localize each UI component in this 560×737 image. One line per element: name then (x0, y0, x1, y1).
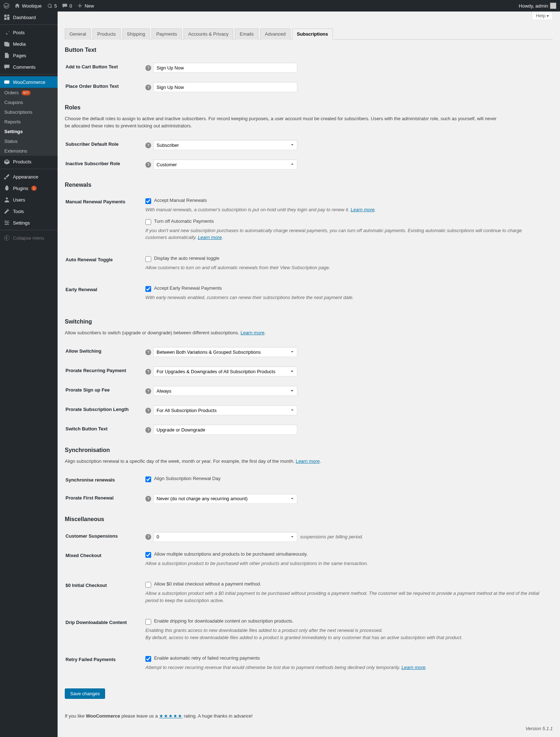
learn-more-link[interactable]: Learn more (402, 665, 425, 670)
learn-more-link[interactable]: Learn more (198, 235, 222, 240)
comments-link[interactable]: 0 (62, 3, 72, 9)
display-toggle-checkbox[interactable]: Display the auto renewal toggle (145, 256, 552, 262)
align-day-checkbox[interactable]: Align Subscription Renewal Day (145, 476, 552, 482)
help-icon[interactable]: ? (145, 85, 151, 90)
prorate-first-select[interactable]: Never (do not charge any recurring amoun… (153, 494, 297, 504)
learn-more-link[interactable]: Learn more (296, 458, 320, 464)
help-icon[interactable]: ? (145, 162, 151, 168)
retry-desc: Attempt to recover recurring revenue tha… (145, 664, 541, 671)
collapse-menu[interactable]: Collapse menu (0, 232, 58, 244)
sidebar-item-media[interactable]: Media (0, 38, 58, 50)
new-link[interactable]: New (77, 3, 94, 9)
sidebar-item-tools[interactable]: Tools (0, 205, 58, 217)
help-icon[interactable]: ? (145, 349, 151, 355)
add-to-cart-input[interactable] (153, 63, 297, 73)
mixed-checkbox[interactable]: Allow multiple subscriptions and product… (145, 551, 552, 558)
rating-link[interactable]: ★★★★★ (159, 713, 182, 719)
sidebar-item-users[interactable]: Users (0, 194, 58, 205)
svg-point-3 (4, 235, 9, 240)
sidebar-item-settings[interactable]: Settings (0, 127, 58, 136)
label-inactive-role: Inactive Subscriber Role (66, 155, 145, 174)
sidebar-item-reports[interactable]: Reports (0, 117, 58, 127)
help-icon[interactable]: ? (145, 369, 151, 375)
prorate-length-select[interactable]: For All Subscription Products (153, 405, 297, 415)
sidebar-item-subscriptions[interactable]: Subscriptions (0, 107, 58, 117)
sidebar-item-wp-settings[interactable]: Settings (0, 217, 58, 229)
sub-default-role-select[interactable]: Subscriber (153, 140, 297, 150)
tab-general[interactable]: General (65, 28, 91, 40)
tab-subscriptions[interactable]: Subscriptions (292, 28, 333, 40)
updates-link[interactable]: 5 (47, 3, 57, 9)
turnoff-desc: If you don't want new subscription purch… (145, 227, 541, 241)
prorate-recur-select[interactable]: For Upgrades & Downgrades of All Subscri… (153, 366, 297, 376)
sidebar-item-status[interactable]: Status (0, 136, 58, 146)
footer-note: If you like WooCommerce please leave us … (65, 713, 553, 719)
mixed-desc: Allow a subscription product to be purch… (145, 560, 541, 567)
tab-advanced[interactable]: Advanced (260, 28, 290, 40)
sidebar-item-comments[interactable]: Comments (0, 61, 58, 73)
help-icon[interactable]: ? (145, 534, 151, 540)
sidebar-item-coupons[interactable]: Coupons (0, 98, 58, 107)
label-add-to-cart: Add to Cart Button Text (66, 58, 145, 77)
label-sync-renew: Synchronise renewals (66, 471, 145, 489)
products-icon (4, 158, 10, 165)
howdy-link[interactable]: Howdy, admin (519, 3, 556, 9)
drip-desc: Enabling this grants access to new downl… (145, 627, 541, 641)
accept-manual-checkbox[interactable]: Accept Manual Renewals (145, 198, 552, 204)
manual-desc: With manual renewals, a customer's subsc… (145, 206, 541, 213)
drip-checkbox[interactable]: Enable dripping for downloadable content… (145, 618, 552, 625)
tab-shipping[interactable]: Shipping (122, 28, 150, 40)
media-icon (4, 41, 10, 47)
roles-description: Choose the default roles to assign to ac… (65, 115, 497, 129)
switch-desc: Allow subscribers to switch (upgrade or … (65, 329, 497, 336)
switch-btn-input[interactable] (153, 425, 297, 435)
help-icon[interactable]: ? (145, 143, 151, 148)
label-prorate-signup: Prorate Sign up Fee (66, 381, 145, 400)
site-link[interactable]: Wootique (14, 3, 42, 9)
turnoff-auto-checkbox[interactable]: Turn off Automatic Payments (145, 218, 552, 225)
plus-icon (77, 3, 83, 9)
zero-desc: Allow a subscription product with a $0 i… (145, 590, 541, 604)
zero-checkbox[interactable]: Allow $0 initial checkout without a paym… (145, 581, 552, 588)
tab-accounts[interactable]: Accounts & Privacy (184, 28, 233, 40)
learn-more-link[interactable]: Learn more (351, 207, 374, 212)
save-button[interactable]: Save changes (65, 688, 105, 699)
tab-emails[interactable]: Emails (235, 28, 258, 40)
help-icon[interactable]: ? (145, 65, 151, 71)
allow-switch-select[interactable]: Between Both Variations & Grouped Subscr… (153, 347, 297, 357)
collapse-icon (4, 235, 10, 241)
sidebar-item-pages[interactable]: Pages (0, 50, 58, 61)
sidebar-item-woocommerce[interactable]: WooCommerce (0, 76, 58, 88)
sidebar-item-posts[interactable]: Posts (0, 27, 58, 38)
place-order-input[interactable] (153, 82, 297, 92)
avatar (550, 3, 556, 9)
svg-rect-1 (4, 81, 9, 84)
orders-badge: 577 (22, 90, 31, 95)
tab-products[interactable]: Products (92, 28, 120, 40)
label-retry: Retry Failed Payments (66, 651, 145, 681)
sidebar-item-appearance[interactable]: Appearance (0, 171, 58, 182)
admin-toolbar: Wootique 5 0 New Howdy, admin (0, 0, 560, 12)
help-icon[interactable]: ? (145, 496, 151, 502)
dashboard-icon (4, 14, 10, 21)
sidebar-item-products[interactable]: Products (0, 156, 58, 167)
accept-early-checkbox[interactable]: Accept Early Renewal Payments (145, 285, 552, 292)
help-tab[interactable]: Help ▾ (532, 12, 553, 20)
tab-payments[interactable]: Payments (152, 28, 182, 40)
inactive-role-select[interactable]: Customer (153, 159, 297, 169)
prorate-signup-select[interactable]: Always (153, 386, 297, 396)
learn-more-link[interactable]: Learn more (240, 330, 264, 335)
retry-checkbox[interactable]: Enable automatic retry of failed recurri… (145, 655, 552, 662)
sidebar-item-extensions[interactable]: Extensions (0, 146, 58, 156)
help-icon[interactable]: ? (145, 408, 151, 413)
label-allow-switch: Allow Switching (66, 343, 145, 361)
help-icon[interactable]: ? (145, 388, 151, 394)
early-desc: With early renewals enabled, customers c… (145, 294, 541, 301)
users-icon (4, 196, 10, 203)
help-icon[interactable]: ? (145, 427, 151, 433)
sidebar-item-plugins[interactable]: Plugins 1 (0, 182, 58, 194)
sidebar-item-orders[interactable]: Orders 577 (0, 88, 58, 98)
wp-logo[interactable] (4, 3, 9, 9)
cust-susp-select[interactable]: 0 (153, 532, 297, 542)
sidebar-item-dashboard[interactable]: Dashboard (0, 12, 58, 23)
